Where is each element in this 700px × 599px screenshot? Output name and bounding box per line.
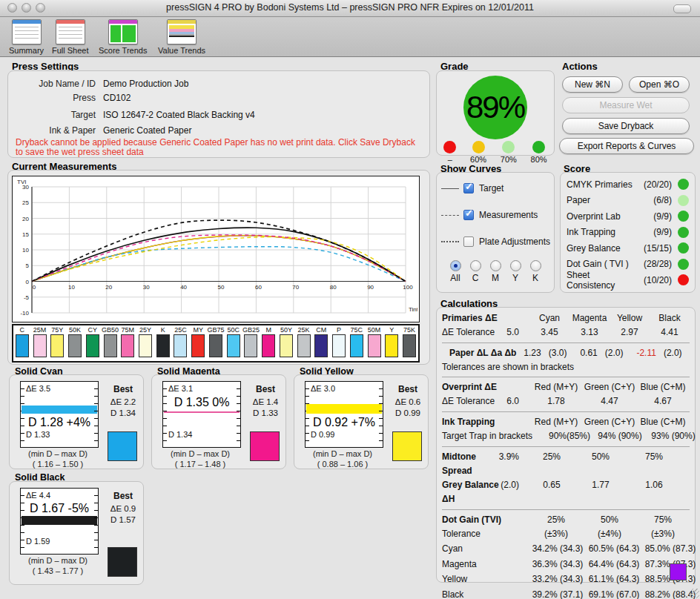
dotgain-50: 64.4% (64.3)	[586, 557, 642, 572]
delta-e-value: ΔE 3.5	[26, 384, 50, 393]
primaries-yellow: 2.97	[610, 325, 650, 340]
toolbar-item-label: Score Trends	[99, 46, 147, 55]
checkbox-icon[interactable]	[463, 236, 474, 247]
svg-text:80: 80	[330, 284, 337, 291]
patch-label: 75Y	[48, 326, 66, 334]
new-button[interactable]: New ⌘N	[562, 76, 623, 93]
setting-value: Generic Coated Paper	[103, 125, 191, 136]
svg-text:60: 60	[255, 284, 262, 291]
window-icon	[108, 19, 138, 44]
patch-color-chip	[314, 334, 328, 357]
score-category: Paper	[567, 195, 636, 205]
ink-radio[interactable]: K	[528, 260, 543, 283]
patch-swatch[interactable]: GB75	[207, 325, 225, 361]
svg-text:10: 10	[68, 284, 75, 291]
patch-swatch[interactable]: 25K	[295, 325, 313, 361]
paper-db-tol: (2.0)	[664, 346, 682, 360]
ink-radio[interactable]: Y	[508, 260, 523, 283]
patch-swatch[interactable]: K	[154, 325, 172, 361]
dotgain-50: 60.5% (64.3)	[586, 541, 642, 557]
patch-label: 50K	[66, 326, 84, 334]
patch-swatch[interactable]: 75K	[400, 325, 418, 361]
overprint-header-row: Overprint ΔE Red (M+Y) Green (C+Y) Blue …	[442, 380, 690, 394]
curve-toggle-measurements[interactable]: Measurements	[441, 208, 538, 222]
minmax-range: ( 1.43 – 1.77 )	[10, 566, 106, 575]
svg-text:40: 40	[180, 284, 187, 291]
score-category: Sheet Consistency	[567, 270, 636, 291]
best-label: Best	[105, 384, 142, 394]
patch-swatch[interactable]: P	[330, 325, 348, 361]
grade-scale-label: 70%	[501, 155, 517, 164]
patch-swatch[interactable]: C	[13, 325, 31, 361]
minmax-label: (min D – max D)	[152, 449, 248, 458]
patch-color-chip	[156, 334, 170, 357]
setting-value: ISO 12647-2 Coated Black Backing v4	[103, 110, 255, 120]
ink-swatch	[392, 431, 422, 461]
patch-swatch[interactable]: CM	[312, 325, 330, 361]
ink-radio[interactable]: All	[448, 260, 463, 283]
dotgain-25: 34.2% (34.3)	[529, 541, 586, 557]
open-button[interactable]: Open ⌘O	[629, 76, 690, 93]
patch-swatch[interactable]: 75C	[348, 325, 366, 361]
patch-swatch[interactable]: 50Y	[277, 325, 295, 361]
paper-row: Paper ΔL Δa Δb 1.23 (3.0) 0.61 (2.0) -2.…	[442, 346, 690, 360]
checkbox-icon[interactable]	[463, 210, 474, 220]
patch-swatch[interactable]: 25M	[31, 325, 49, 361]
primaries-header-row: Primaries ΔE Cyan Magenta Yellow Black	[442, 311, 690, 325]
patch-swatch[interactable]: M	[260, 325, 277, 361]
patch-swatch[interactable]: MY	[189, 325, 207, 361]
checkbox-icon[interactable]	[463, 183, 474, 193]
title-bar: pressSIGN 4 PRO by Bodoni Systems Ltd – …	[0, 0, 700, 17]
patch-swatch[interactable]: 50M	[366, 325, 383, 361]
best-delta-e: ΔE 0.9	[105, 504, 142, 513]
toolbar-item[interactable]: Score Trends	[99, 19, 147, 55]
patch-color-chip	[403, 334, 416, 357]
paper-db: -2.11	[636, 346, 656, 360]
patch-swatch[interactable]: Y	[383, 325, 400, 361]
toolbar-item[interactable]: Value Trends	[158, 19, 205, 55]
patch-swatch[interactable]: 25Y	[136, 325, 154, 361]
score-status-dot	[678, 179, 689, 190]
patch-swatch[interactable]: GB50	[102, 325, 119, 361]
midtone-col-25: 25%	[529, 450, 574, 464]
ink-radio-group: All C M Y K	[437, 260, 554, 283]
patch-swatch[interactable]: 25C	[172, 325, 190, 361]
minmax-range: ( 0.88 – 1.06 )	[294, 460, 391, 469]
curve-toggle-target[interactable]: Target	[441, 182, 503, 195]
grade-scale-dot	[532, 141, 545, 153]
line-style-icon	[441, 188, 459, 189]
resize-grip[interactable]	[690, 589, 699, 598]
grey-balance-75: 1.06	[627, 478, 681, 492]
tvi-chart: -10-50510152025300102030405060708090100T…	[12, 176, 420, 322]
best-density: D 1.57	[105, 515, 142, 524]
patch-color-chip	[332, 334, 346, 357]
ink-radio[interactable]: C	[468, 260, 483, 283]
ink-radio[interactable]: M	[488, 260, 503, 283]
toolbar-item[interactable]: Full Sheet	[52, 19, 89, 55]
toolbar-toggle-button[interactable]	[673, 4, 691, 13]
svg-text:Tint: Tint	[409, 306, 417, 313]
radio-icon	[470, 260, 481, 271]
minmax-label: (min D – max D)	[294, 449, 391, 458]
patch-color-chip	[368, 334, 381, 357]
solid-magenta-panel: ΔE 3.1 D 1.35 0% D 1.34 (min D – max D) …	[151, 374, 286, 469]
patch-swatch[interactable]: 75M	[119, 325, 136, 361]
dotgain-tol-50: (±4%)	[583, 527, 636, 541]
patch-swatch[interactable]: 50K	[66, 325, 84, 361]
patch-label: MY	[189, 326, 207, 334]
measure-wet-button[interactable]: Measure Wet	[562, 97, 690, 113]
patch-swatch[interactable]: 50C	[225, 325, 242, 361]
patch-swatch[interactable]: 75Y	[48, 325, 66, 361]
dotgain-25: 36.3% (34.3)	[529, 557, 586, 572]
best-density: D 1.33	[247, 408, 284, 417]
export-reports-button[interactable]: Export Reports & Curves	[559, 138, 694, 154]
patch-label: 25K	[295, 326, 313, 334]
curve-toggle-plate-adjustments[interactable]: Plate Adjustments	[441, 235, 550, 248]
svg-text:90: 90	[367, 284, 374, 291]
score-category: Ink Trapping	[567, 227, 636, 237]
toolbar-item[interactable]: Summary	[9, 19, 44, 55]
save-dryback-button[interactable]: Save Dryback	[562, 118, 690, 134]
de-tolerance-value: 5.0	[506, 325, 519, 340]
patch-swatch[interactable]: CY	[84, 325, 102, 361]
patch-swatch[interactable]: GB25	[242, 325, 260, 361]
